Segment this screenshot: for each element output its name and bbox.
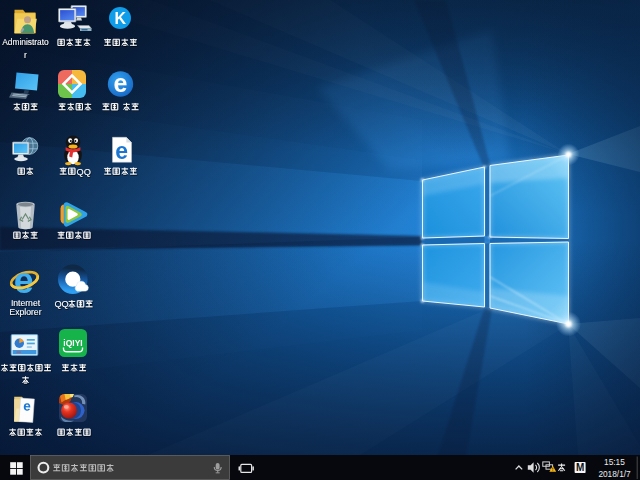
svg-text:M: M xyxy=(576,462,584,473)
svg-text:Administrato: Administrato xyxy=(2,37,49,47)
svg-text:QQ: QQ xyxy=(54,299,68,309)
svg-text:Explorer: Explorer xyxy=(10,307,42,317)
svg-text:r: r xyxy=(24,50,27,60)
svg-text:15:15: 15:15 xyxy=(604,457,625,467)
svg-text:2018/1/7: 2018/1/7 xyxy=(598,469,631,479)
svg-text:iQIYI: iQIYI xyxy=(63,338,82,348)
svg-text:e: e xyxy=(14,260,34,301)
svg-text:e: e xyxy=(115,138,128,164)
svg-text:QQ: QQ xyxy=(77,167,91,177)
svg-text:e: e xyxy=(114,69,128,97)
svg-text:K: K xyxy=(115,10,127,27)
